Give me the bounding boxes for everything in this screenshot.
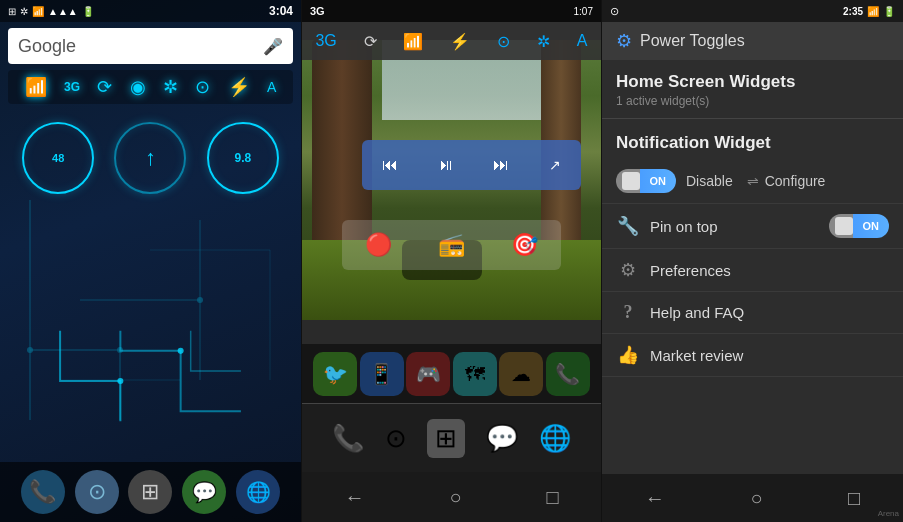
dock-contacts[interactable]: ⊙	[75, 470, 119, 514]
enable-row: ON Disable ⇌ Configure	[602, 159, 903, 204]
help-faq-row[interactable]: ? Help and FAQ	[602, 292, 903, 334]
help-icon: ?	[616, 302, 640, 323]
pin-toggle[interactable]: ON	[829, 214, 889, 238]
app-tray: 🐦 📱 🎮 🗺 ☁ 📞	[302, 344, 601, 404]
app-sms[interactable]: 📱	[360, 352, 404, 396]
market-review-row[interactable]: 👍 Market review	[602, 334, 903, 377]
toggle-1[interactable]: 🔴	[365, 232, 392, 258]
configure-button[interactable]: ⇌ Configure	[747, 173, 826, 189]
home-screen-section: Home Screen Widgets 1 active widget(s)	[602, 60, 903, 114]
news-icon: 🗺	[465, 363, 485, 386]
home-button[interactable]: ○	[449, 486, 461, 509]
dock-phone[interactable]: 📞	[21, 470, 65, 514]
panel-power-toggles: ⊙ 2:35 📶 🔋 ⚙ Power Toggles Home Screen W…	[602, 0, 903, 522]
dock-sms[interactable]: 💬	[182, 470, 226, 514]
dock-apps[interactable]: ⊞	[128, 470, 172, 514]
section-title: Home Screen Widgets	[616, 72, 889, 92]
app-angry-birds[interactable]: 🐦	[313, 352, 357, 396]
circle-widget-2: ↑	[114, 122, 186, 194]
thumbs-up-icon: 👍	[616, 344, 640, 366]
dock2-contacts[interactable]: ⊙	[385, 423, 407, 454]
widget-toolbar[interactable]: 3G ⟳ 📶 ⚡ ⊙ ✲ A	[302, 22, 601, 60]
pin-toggle-knob	[835, 217, 853, 235]
play-button[interactable]: ⏯	[438, 156, 454, 174]
svg-point-12	[178, 348, 184, 354]
status-bar-2: 3G 1:07	[302, 0, 601, 22]
preferences-gear-icon: ⚙	[616, 259, 640, 281]
widget-name-heading: Notification Widget	[602, 123, 903, 159]
toggle-3[interactable]: 🎯	[511, 232, 538, 258]
toolbar-auto[interactable]: A	[571, 28, 594, 54]
toolbar-flash[interactable]: ⚡	[444, 28, 476, 55]
circuit-decoration	[40, 320, 261, 442]
section-subtitle: 1 active widget(s)	[616, 94, 889, 108]
header-gear-icon: ⚙	[616, 30, 632, 52]
enable-toggle[interactable]: ON	[616, 169, 676, 193]
configure-label: Configure	[765, 173, 826, 189]
angry-birds-icon: 🐦	[323, 362, 348, 386]
toggle-2[interactable]: 📻	[438, 232, 465, 258]
home-btn-3[interactable]: ○	[750, 487, 762, 510]
toolbar-sync[interactable]: ⟳	[358, 28, 383, 55]
media-widget[interactable]: ⏮ ⏯ ⏭ ↗	[362, 140, 581, 190]
dock2-browser[interactable]: 🌐	[539, 423, 571, 454]
circle-widget-1: 48	[22, 122, 94, 194]
app-news[interactable]: 🗺	[453, 352, 497, 396]
status-3-right: 2:35 📶 🔋	[843, 6, 895, 17]
back-button[interactable]: ←	[344, 486, 364, 509]
next-button[interactable]: ⏭	[493, 156, 509, 174]
toolbar-3g[interactable]: 3G	[309, 28, 342, 54]
watermark: Arena	[878, 509, 899, 518]
bottom-dock: 📞 ⊙ ⊞ 💬 🌐	[0, 462, 301, 522]
phone-icon: 📞	[29, 479, 56, 505]
market-review-label: Market review	[650, 347, 889, 364]
apps-icon: ⊞	[141, 479, 159, 505]
dock2-phone[interactable]: 📞	[332, 423, 364, 454]
sms-app-icon: 📱	[369, 362, 394, 386]
app-game[interactable]: 🎮	[406, 352, 450, 396]
recents-btn-3[interactable]: □	[848, 487, 860, 510]
toggle-knob	[622, 172, 640, 190]
toolbar-bt[interactable]: ✲	[531, 28, 556, 55]
bottom-nav-3: ← ○ □ Arena	[602, 474, 903, 522]
preferences-row[interactable]: ⚙ Preferences	[602, 249, 903, 292]
contacts-icon: ⊙	[88, 479, 106, 505]
toggle-on-label: ON	[650, 175, 667, 187]
share-button[interactable]: ↗	[549, 157, 561, 173]
sms-icon: 💬	[192, 480, 217, 504]
status-right: 1:07	[574, 6, 593, 17]
toolbar-wifi[interactable]: 📶	[397, 28, 429, 55]
game-icon: 🎮	[416, 362, 441, 386]
arrow-icon: ↑	[145, 145, 156, 171]
pin-on-top-row: 🔧 Pin on top ON	[602, 204, 903, 249]
circle-value-3: 9.8	[234, 151, 251, 165]
dock2-sms[interactable]: 💬	[486, 423, 518, 454]
quick-toggle-widget[interactable]: 🔴 📻 🎯	[342, 220, 561, 270]
svg-point-8	[27, 347, 33, 353]
circle-widget-3: 9.8	[207, 122, 279, 194]
preferences-label: Preferences	[650, 262, 889, 279]
clock-3: 2:35	[843, 6, 863, 17]
status-3-left: ⊙	[610, 5, 619, 18]
prev-button[interactable]: ⏮	[382, 156, 398, 174]
svg-point-10	[197, 297, 203, 303]
phone-app-icon: 📞	[555, 362, 580, 386]
battery-3: 🔋	[883, 6, 895, 17]
configure-icon: ⇌	[747, 173, 759, 189]
pin-toggle-label: ON	[863, 220, 880, 232]
dock-browser[interactable]: 🌐	[236, 470, 280, 514]
disable-button[interactable]: Disable	[686, 173, 733, 189]
app-title: Power Toggles	[640, 32, 745, 50]
svg-point-11	[117, 378, 123, 384]
dock2-apps[interactable]: ⊞	[427, 419, 465, 458]
drive-icon: ☁	[511, 362, 531, 386]
divider-1	[602, 118, 903, 119]
recents-button[interactable]: □	[546, 486, 558, 509]
back-btn-3[interactable]: ←	[645, 487, 665, 510]
app-drive[interactable]: ☁	[499, 352, 543, 396]
pin-on-top-label: Pin on top	[650, 218, 819, 235]
browser-icon: 🌐	[246, 480, 271, 504]
network-2: 3G	[310, 5, 325, 17]
app-phone[interactable]: 📞	[546, 352, 590, 396]
toolbar-gps[interactable]: ⊙	[491, 28, 516, 55]
